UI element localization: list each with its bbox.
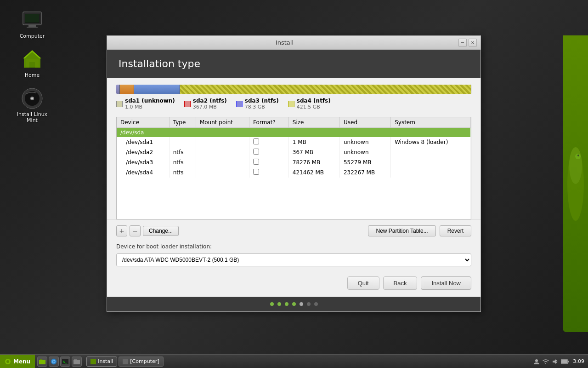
progress-dot-7 bbox=[314, 302, 318, 306]
table-action-buttons: New Partition Table... Revert bbox=[368, 225, 471, 236]
volume-tray-icon bbox=[552, 358, 558, 365]
desktop-icon-computer[interactable]: Computer bbox=[14, 9, 51, 39]
desktop-icons: Computer Home bbox=[14, 9, 51, 123]
cell-device: /dev/sda4 bbox=[117, 167, 169, 178]
minimize-button[interactable]: − bbox=[458, 39, 467, 47]
cell-format[interactable] bbox=[249, 147, 289, 157]
format-checkbox-sda4[interactable] bbox=[253, 169, 259, 175]
cell-mount bbox=[196, 147, 249, 157]
cell-mount bbox=[196, 167, 249, 178]
bootloader-label: Device for boot loader installation: bbox=[116, 243, 471, 250]
svg-point-31 bbox=[535, 359, 538, 362]
svg-point-16 bbox=[569, 147, 582, 184]
wifi-tray-icon bbox=[543, 358, 549, 365]
legend-size-sda3: 78.3 GB bbox=[245, 104, 279, 110]
progress-dot-6 bbox=[307, 302, 311, 306]
svg-rect-30 bbox=[123, 359, 128, 364]
back-button[interactable]: Back bbox=[383, 276, 418, 290]
table-row[interactable]: /dev/sda1 1 MB unknown Windows 8 (loader… bbox=[117, 137, 471, 147]
desktop-icon-home[interactable]: Home bbox=[14, 48, 51, 78]
cell-mount bbox=[196, 137, 249, 147]
cell-device: /dev/sda3 bbox=[117, 157, 169, 167]
legend-sda2: sda2 (ntfs) 367.0 MB bbox=[184, 98, 227, 110]
empty-row bbox=[117, 205, 471, 219]
partition-bar bbox=[116, 85, 471, 94]
cell-system bbox=[391, 167, 471, 178]
desktop-icon-install[interactable]: Install Linux Mint bbox=[14, 87, 51, 123]
partition-table-container: Device Type Mount point Format? Size Use… bbox=[116, 117, 471, 219]
taskbar-quick-files[interactable] bbox=[72, 356, 82, 367]
format-checkbox-sda2[interactable] bbox=[253, 149, 259, 155]
system-tray bbox=[533, 358, 569, 365]
group-label: /dev/sda bbox=[117, 128, 471, 138]
cell-used: unknown bbox=[339, 147, 390, 157]
remove-partition-button[interactable]: − bbox=[130, 225, 141, 236]
legend-sda4: sda4 (ntfs) 421.5 GB bbox=[288, 98, 331, 110]
cell-size: 421462 MB bbox=[288, 167, 339, 178]
install-now-button[interactable]: Install Now bbox=[421, 276, 471, 290]
cell-format[interactable] bbox=[249, 137, 289, 147]
format-checkbox-sda3[interactable] bbox=[253, 159, 259, 165]
table-row[interactable]: /dev/sda2 ntfs 367 MB unknown bbox=[117, 147, 471, 157]
svg-rect-35 bbox=[561, 360, 567, 363]
partition-table: Device Type Mount point Format? Size Use… bbox=[117, 117, 471, 219]
new-partition-table-button[interactable]: New Partition Table... bbox=[368, 225, 435, 236]
legend-size-sda2: 367.0 MB bbox=[193, 104, 227, 110]
svg-rect-4 bbox=[28, 25, 36, 27]
computer-icon-label: Computer bbox=[20, 33, 45, 39]
change-partition-button[interactable]: Change... bbox=[143, 226, 179, 236]
legend-name-sda1: sda1 (unknown) bbox=[125, 98, 175, 104]
format-checkbox-sda1[interactable] bbox=[253, 138, 259, 144]
menu-button[interactable]: Menu bbox=[0, 355, 35, 368]
empty-row bbox=[117, 178, 471, 191]
close-button[interactable]: × bbox=[469, 39, 477, 47]
partition-sda4-bar bbox=[180, 85, 471, 94]
revert-button[interactable]: Revert bbox=[440, 225, 471, 236]
install-icon bbox=[21, 87, 43, 109]
taskbar-items: Install [Computer] bbox=[84, 356, 530, 367]
partition-legend: sda1 (unknown) 1.0 MB sda2 (ntfs) 367.0 … bbox=[116, 98, 471, 110]
quit-button[interactable]: Quit bbox=[347, 276, 379, 290]
legend-name-sda2: sda2 (ntfs) bbox=[193, 98, 227, 104]
taskbar-install-icon bbox=[90, 359, 96, 364]
table-group-row: /dev/sda bbox=[117, 128, 471, 138]
bootloader-select[interactable]: /dev/sda ATA WDC WD5000BEVT-2 (500.1 GB) bbox=[116, 253, 471, 266]
svg-marker-32 bbox=[553, 359, 556, 364]
final-buttons: Quit Back Install Now bbox=[107, 272, 481, 297]
table-row[interactable]: /dev/sda3 ntfs 78276 MB 55279 MB bbox=[117, 157, 471, 167]
browser-icon bbox=[51, 358, 57, 365]
files-icon bbox=[74, 359, 80, 364]
taskbar-item-computer[interactable]: [Computer] bbox=[119, 356, 163, 367]
col-type: Type bbox=[169, 117, 196, 128]
taskbar-quick-filemanager[interactable] bbox=[37, 356, 47, 367]
terminal-icon: $_ bbox=[62, 359, 68, 364]
menu-icon bbox=[5, 358, 11, 365]
cell-used: 55279 MB bbox=[339, 157, 390, 167]
cell-device: /dev/sda2 bbox=[117, 147, 169, 157]
progress-dot-5 bbox=[300, 302, 303, 306]
cell-type: ntfs bbox=[169, 167, 196, 178]
taskbar-item-install[interactable]: Install bbox=[86, 356, 117, 367]
cell-format[interactable] bbox=[249, 167, 289, 178]
empty-row bbox=[117, 191, 471, 205]
partition-sda1-bar bbox=[116, 85, 120, 94]
cell-mount bbox=[196, 157, 249, 167]
legend-name-sda4: sda4 (ntfs) bbox=[297, 98, 331, 104]
window-header: Installation type bbox=[107, 50, 481, 78]
chameleon-decoration bbox=[563, 35, 588, 332]
taskbar-quick-terminal[interactable]: $_ bbox=[60, 356, 70, 367]
taskbar-quick-browser[interactable] bbox=[49, 356, 59, 367]
svg-point-23 bbox=[51, 359, 57, 364]
legend-size-sda4: 421.5 GB bbox=[297, 104, 331, 110]
taskbar-clock: 3:09 bbox=[573, 358, 584, 364]
home-icon bbox=[21, 48, 43, 70]
cell-format[interactable] bbox=[249, 157, 289, 167]
legend-sda1: sda1 (unknown) 1.0 MB bbox=[116, 98, 175, 110]
table-row[interactable]: /dev/sda4 ntfs 421462 MB 232267 MB bbox=[117, 167, 471, 178]
window-title: Install bbox=[111, 39, 458, 46]
add-partition-button[interactable]: + bbox=[116, 225, 127, 236]
legend-color-sda1 bbox=[116, 101, 123, 107]
progress-dots bbox=[107, 297, 481, 311]
col-used: Used bbox=[339, 117, 390, 128]
col-format: Format? bbox=[249, 117, 289, 128]
